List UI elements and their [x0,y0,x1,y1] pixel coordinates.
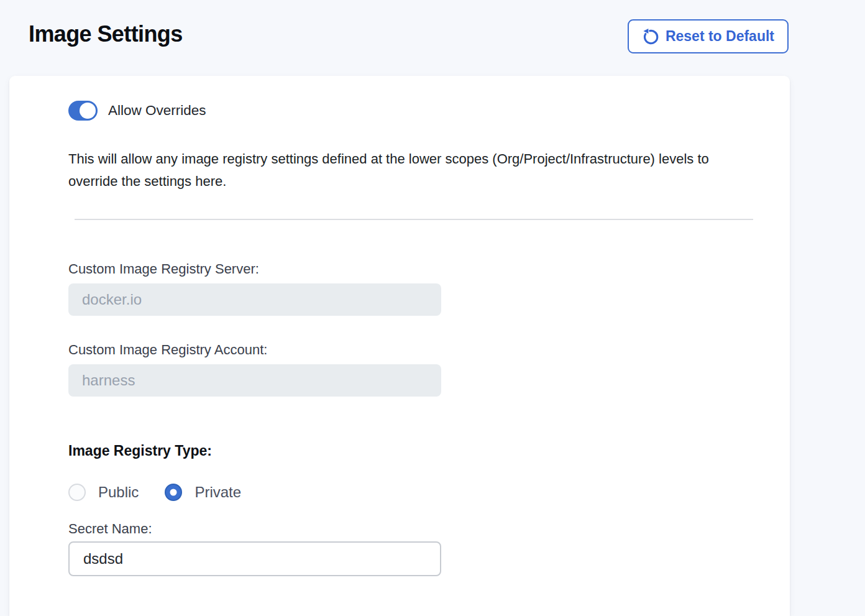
reset-to-default-button[interactable]: Reset to Default [628,19,789,53]
secret-name-label: Secret Name: [68,521,790,537]
reset-icon [642,28,659,45]
radio-option-public[interactable]: Public [68,484,139,501]
allow-overrides-toggle[interactable] [68,101,98,121]
allow-overrides-label: Allow Overrides [108,103,206,119]
section-divider [75,219,753,220]
overrides-description: This will allow any image registry setti… [68,148,761,193]
registry-account-field: Custom Image Registry Account: [68,342,790,397]
radio-public-circle[interactable] [68,484,86,501]
secret-name-input[interactable] [68,541,441,576]
settings-card: Allow Overrides This will allow any imag… [9,76,790,616]
image-settings-page: Image Settings Reset to Default Allow Ov… [0,0,865,616]
toggle-knob [80,103,96,119]
registry-type-radio-group: Public Private [68,484,790,501]
radio-private-circle[interactable] [165,484,182,501]
radio-option-private[interactable]: Private [165,484,241,501]
registry-server-input [68,283,441,316]
page-title: Image Settings [29,21,183,47]
registry-server-field: Custom Image Registry Server: [68,261,790,316]
radio-private-label: Private [195,484,241,501]
reset-button-label: Reset to Default [666,28,774,45]
registry-type-label: Image Registry Type: [68,443,790,459]
registry-server-label: Custom Image Registry Server: [68,261,790,277]
registry-account-input [68,364,441,397]
registry-account-label: Custom Image Registry Account: [68,342,790,358]
allow-overrides-row: Allow Overrides [68,101,790,121]
radio-public-label: Public [98,484,139,501]
registry-type-field: Image Registry Type: Public Private [68,443,790,501]
secret-name-field: Secret Name: [68,521,790,576]
